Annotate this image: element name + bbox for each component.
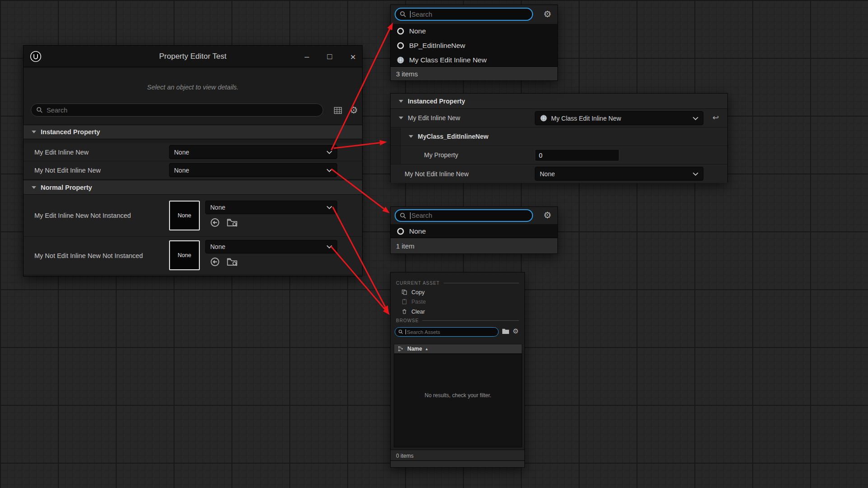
combo-my-not-edit-inline-new[interactable]: None bbox=[169, 163, 337, 177]
popup-search-input[interactable]: Search bbox=[395, 209, 533, 222]
combo-my-not-edit-inline-new[interactable]: None bbox=[535, 167, 703, 181]
class-sphere-icon bbox=[396, 56, 405, 64]
details-hint-text: Select an object to view details. bbox=[24, 84, 362, 91]
browse-section: BROWSE bbox=[396, 317, 519, 324]
thumbnail-label: None bbox=[178, 212, 191, 219]
close-icon[interactable]: × bbox=[350, 52, 356, 61]
settings-gear-icon[interactable]: ⚙ bbox=[543, 9, 552, 19]
text-caret bbox=[406, 329, 406, 334]
settings-gear-icon[interactable]: ⚙ bbox=[349, 105, 358, 115]
property-label: My Edit Inline New bbox=[34, 143, 89, 161]
text-caret bbox=[410, 11, 410, 18]
combo-value: None bbox=[174, 167, 189, 174]
settings-gear-icon[interactable]: ⚙ bbox=[543, 211, 552, 220]
column-header[interactable]: Name ▲ bbox=[394, 344, 522, 354]
title-bar[interactable]: Property Editor Test – □ × bbox=[24, 46, 362, 67]
graph-background: { "colors": { "accent_blue": "#2e9fe6", … bbox=[0, 0, 868, 488]
window-controls: – □ × bbox=[305, 46, 356, 67]
trash-icon bbox=[401, 309, 407, 314]
popup-search-row: Search ⚙ bbox=[391, 207, 557, 224]
section-header-normal-property[interactable]: Normal Property bbox=[24, 180, 362, 195]
asset-list[interactable]: No results, check your filter. bbox=[394, 354, 522, 447]
resize-grip[interactable] bbox=[391, 460, 524, 467]
sort-ascending-icon: ▲ bbox=[425, 347, 429, 351]
list-item-none[interactable]: None bbox=[391, 224, 557, 239]
object-circle-icon bbox=[396, 42, 405, 50]
child-class-label: MyClass_EditInlineNew bbox=[418, 127, 488, 145]
menu-item-copy[interactable]: Copy bbox=[391, 287, 524, 297]
property-row: My Edit Inline New My Class Edit Inline … bbox=[391, 109, 727, 127]
section-header-instanced-property[interactable]: Instanced Property bbox=[24, 125, 362, 139]
view-options-icon[interactable] bbox=[397, 346, 404, 352]
search-input[interactable]: Search bbox=[31, 103, 323, 117]
section-label: Normal Property bbox=[41, 184, 92, 191]
browse-to-asset-icon[interactable] bbox=[226, 257, 238, 267]
use-selected-asset-icon[interactable] bbox=[210, 217, 220, 228]
menu-item-clear[interactable]: Clear bbox=[391, 307, 524, 316]
chevron-down-icon bbox=[326, 206, 332, 209]
property-row: My Edit Inline New None bbox=[24, 143, 362, 161]
collapse-triangle-icon bbox=[399, 117, 403, 119]
combo-not-edit-inline-new-not-instanced[interactable]: None bbox=[205, 240, 337, 253]
chevron-down-icon bbox=[326, 150, 332, 154]
class-list: None bbox=[391, 224, 557, 239]
list-item-my-class-edit-inline-new[interactable]: My Class Edit Inline New bbox=[391, 53, 557, 67]
asset-search-input[interactable]: Search Assets bbox=[395, 327, 499, 337]
popup-search-row: Search ⚙ bbox=[391, 5, 557, 24]
combo-edit-inline-new-not-instanced[interactable]: None bbox=[205, 201, 337, 214]
list-item-none[interactable]: None bbox=[391, 24, 557, 38]
search-icon bbox=[400, 212, 406, 219]
property-label: My Edit Inline New bbox=[408, 109, 460, 127]
chevron-down-icon bbox=[693, 172, 698, 176]
section-header-instanced-property[interactable]: Instanced Property bbox=[391, 94, 727, 109]
search-placeholder: Search bbox=[411, 11, 432, 18]
child-category-row[interactable]: MyClass_EditInlineNew bbox=[391, 127, 727, 146]
input-value: 0 bbox=[539, 152, 542, 159]
list-item-bp-editinlinenew[interactable]: BP_EditInlineNew bbox=[391, 38, 557, 53]
property-row: My Not Edit Inline New None bbox=[24, 161, 362, 180]
use-selected-asset-icon[interactable] bbox=[210, 257, 220, 267]
section-divider bbox=[422, 320, 519, 321]
section-divider bbox=[443, 283, 519, 283]
item-count-footer: 0 items bbox=[391, 450, 524, 461]
search-placeholder: Search bbox=[47, 107, 67, 114]
column-name: Name bbox=[407, 346, 422, 352]
folder-icon[interactable] bbox=[502, 328, 509, 334]
section-micro-label: CURRENT ASSET bbox=[396, 281, 440, 286]
combo-my-edit-inline-new[interactable]: None bbox=[169, 145, 337, 159]
object-circle-icon bbox=[396, 227, 405, 235]
search-icon bbox=[400, 11, 406, 18]
current-asset-section: CURRENT ASSET bbox=[396, 280, 519, 286]
asset-thumbnail[interactable]: None bbox=[169, 240, 200, 270]
item-label: None bbox=[409, 27, 426, 35]
property-row: My Property 0 bbox=[391, 146, 727, 164]
property-label: My Property bbox=[424, 146, 458, 164]
popup-search-input[interactable]: Search bbox=[395, 8, 533, 21]
browse-to-asset-icon[interactable] bbox=[226, 217, 238, 228]
item-count-footer: 1 item bbox=[391, 238, 557, 253]
asset-buttons bbox=[210, 217, 238, 228]
asset-thumbnail[interactable]: None bbox=[169, 201, 200, 230]
minimize-icon[interactable]: – bbox=[305, 52, 309, 61]
settings-gear-icon[interactable]: ⚙ bbox=[513, 328, 519, 334]
menu-label: Paste bbox=[411, 299, 426, 305]
reset-to-default-icon[interactable]: ↩ bbox=[712, 114, 719, 122]
collapse-triangle-icon bbox=[399, 100, 403, 103]
maximize-icon[interactable]: □ bbox=[327, 52, 332, 61]
property-label: My Not Edit Inline New bbox=[34, 161, 101, 179]
property-label: My Not Edit Inline New Not Instanced bbox=[34, 237, 143, 275]
section-micro-label: BROWSE bbox=[396, 318, 419, 323]
empty-results-text: No results, check your filter. bbox=[394, 354, 522, 399]
collapse-triangle-icon bbox=[32, 186, 36, 189]
section-label: Instanced Property bbox=[41, 128, 100, 136]
asset-buttons bbox=[210, 257, 238, 267]
combo-my-edit-inline-new[interactable]: My Class Edit Inline New bbox=[535, 111, 703, 125]
my-property-input[interactable]: 0 bbox=[535, 149, 619, 161]
menu-label: Clear bbox=[411, 309, 425, 315]
display-filter-icon[interactable] bbox=[333, 105, 343, 115]
combo-value: None bbox=[210, 204, 225, 211]
combo-value: My Class Edit Inline New bbox=[551, 115, 621, 122]
search-icon bbox=[398, 329, 403, 334]
property-label: My Not Edit Inline New bbox=[405, 164, 469, 183]
instanced-property-panel: Instanced Property My Edit Inline New My… bbox=[390, 93, 728, 183]
